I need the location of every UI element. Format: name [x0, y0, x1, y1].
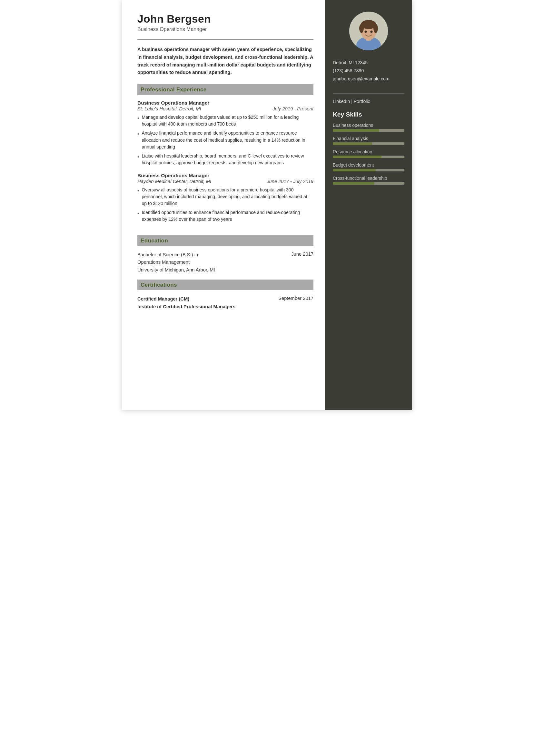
- cert-institution-1: Institute of Certified Professional Mana…: [138, 303, 235, 311]
- skills-section: Key Skills Business operations Financial…: [333, 111, 404, 189]
- avatar: [349, 12, 388, 50]
- skill-bar-4: [333, 182, 404, 185]
- skill-label-3: Budget development: [333, 162, 404, 168]
- links-section: LinkedIn | Portfolio: [333, 99, 370, 104]
- svg-point-6: [359, 24, 364, 33]
- skill-bar-fill-4: [333, 182, 374, 185]
- right-column: Detroit, MI 12345 (123) 456-7890 johnber…: [325, 0, 412, 410]
- skill-bar-3: [333, 169, 404, 172]
- links-text: LinkedIn | Portfolio: [333, 99, 370, 104]
- resume: John Bergsen Business Operations Manager…: [122, 0, 412, 410]
- experience-header: Professional Experience: [138, 84, 314, 95]
- skills-title: Key Skills: [333, 111, 404, 118]
- experience-entry-1: Business Operations Manager St. Luke's H…: [138, 100, 314, 166]
- skill-bar-fill-2: [333, 156, 381, 158]
- bullet-2-1: Oversaw all aspects of business operatio…: [138, 187, 314, 207]
- header-divider: [138, 40, 314, 40]
- skill-item-4: Cross-functional leadership: [333, 176, 404, 185]
- svg-point-8: [365, 31, 367, 33]
- exp-title-2: Business Operations Manager: [138, 173, 314, 178]
- edu-degree-1: Bachelor of Science (B.S.) inOperations …: [138, 251, 215, 266]
- skill-bar-remaining-0: [379, 129, 404, 132]
- exp-bullets-2: Oversaw all aspects of business operatio…: [138, 187, 314, 223]
- skill-label-2: Resource allocation: [333, 149, 404, 154]
- exp-company-date-row-1: St. Luke's Hospital, Detroit, MI July 20…: [138, 106, 314, 111]
- candidate-name: John Bergsen: [138, 13, 314, 25]
- candidate-title: Business Operations Manager: [138, 26, 314, 32]
- exp-title-1: Business Operations Manager: [138, 100, 314, 106]
- skill-item-2: Resource allocation: [333, 149, 404, 158]
- education-section: Education Bachelor of Science (B.S.) inO…: [138, 235, 314, 274]
- cert-entry-1: Certified Manager (CM) Institute of Cert…: [138, 295, 314, 310]
- skill-bar-remaining-1: [372, 142, 404, 145]
- skill-bar-1: [333, 142, 404, 145]
- contact-phone: (123) 456-7890: [333, 68, 390, 74]
- skill-bar-0: [333, 129, 404, 132]
- edu-left-1: Bachelor of Science (B.S.) inOperations …: [138, 251, 215, 274]
- certifications-section: Certifications Certified Manager (CM) In…: [138, 280, 314, 310]
- contact-section: Detroit, MI 12345 (123) 456-7890 johnber…: [333, 59, 390, 84]
- bullet-1-1: Manage and develop capital budgets value…: [138, 114, 314, 127]
- certifications-header: Certifications: [138, 280, 314, 290]
- experience-section: Professional Experience Business Operati…: [138, 84, 314, 229]
- skill-bar-fill-0: [333, 129, 379, 132]
- contact-location: Detroit, MI 12345: [333, 59, 390, 66]
- cert-name-1: Certified Manager (CM): [138, 295, 235, 303]
- right-divider-1: [333, 93, 404, 94]
- skill-bar-remaining-2: [381, 156, 404, 158]
- skill-item-3: Budget development: [333, 162, 404, 172]
- skill-item-0: Business operations: [333, 123, 404, 132]
- experience-entry-2: Business Operations Manager Hayden Medic…: [138, 173, 314, 223]
- exp-date-2: June 2017 - July 2019: [267, 179, 314, 184]
- skill-item-1: Financial analysis: [333, 136, 404, 145]
- skill-label-1: Financial analysis: [333, 136, 404, 141]
- bullet-1-3: Liaise with hospital leadership, board m…: [138, 153, 314, 166]
- bullet-1-2: Analyze financial performance and identi…: [138, 130, 314, 150]
- exp-company-2: Hayden Medical Center, Detroit, MI: [138, 179, 211, 184]
- contact-email: johnbergsen@example.com: [333, 75, 390, 82]
- exp-company-date-row-2: Hayden Medical Center, Detroit, MI June …: [138, 179, 314, 184]
- cert-left-1: Certified Manager (CM) Institute of Cert…: [138, 295, 235, 310]
- skill-bar-fill-1: [333, 142, 372, 145]
- exp-company-1: St. Luke's Hospital, Detroit, MI: [138, 106, 201, 111]
- svg-point-7: [373, 24, 378, 33]
- cert-date-1: September 2017: [278, 296, 314, 301]
- bullet-2-2: Identified opportunities to enhance fina…: [138, 209, 314, 223]
- exp-date-1: July 2019 - Present: [272, 106, 314, 111]
- edu-institution-1: University of Michigan, Ann Arbor, MI: [138, 266, 215, 274]
- edu-date-1: June 2017: [291, 252, 314, 256]
- skill-label-0: Business operations: [333, 123, 404, 128]
- summary-text: A business operations manager with seven…: [138, 46, 314, 76]
- avatar-image: [349, 12, 388, 50]
- skill-bar-2: [333, 156, 404, 158]
- exp-bullets-1: Manage and develop capital budgets value…: [138, 114, 314, 166]
- skill-bar-fill-3: [333, 169, 376, 172]
- header-section: John Bergsen Business Operations Manager: [138, 13, 314, 35]
- svg-point-9: [370, 31, 373, 33]
- skill-bar-remaining-3: [376, 169, 404, 172]
- skill-label-4: Cross-functional leadership: [333, 176, 404, 181]
- skill-bar-remaining-4: [374, 182, 404, 185]
- education-entry-1: Bachelor of Science (B.S.) inOperations …: [138, 251, 314, 274]
- left-column: John Bergsen Business Operations Manager…: [122, 0, 325, 410]
- education-header: Education: [138, 235, 314, 246]
